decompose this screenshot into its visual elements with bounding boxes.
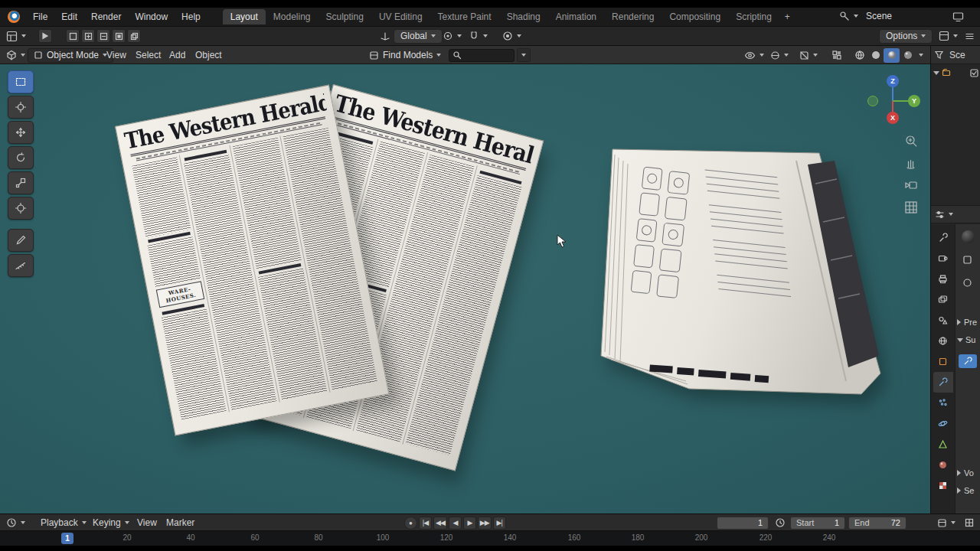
tool-move[interactable] (8, 121, 34, 144)
pan-hand-icon[interactable] (903, 155, 919, 171)
timeline-editor-type-button[interactable] (6, 514, 25, 531)
menu-list-icon[interactable] (965, 27, 975, 45)
menu-keying[interactable]: Keying (86, 514, 136, 531)
play-button[interactable]: ▶ (463, 517, 476, 530)
menu-object[interactable]: Object (188, 46, 229, 64)
camera-view-icon[interactable] (903, 178, 919, 193)
select-mode-subtract[interactable] (96, 29, 110, 43)
menu-playback[interactable]: Playback (34, 514, 93, 531)
tab-physics[interactable] (933, 413, 953, 434)
find-models-dropdown[interactable]: Find Models (369, 46, 441, 64)
filter-icon[interactable] (934, 50, 944, 60)
tab-texture[interactable] (933, 475, 953, 496)
search-options-button[interactable] (517, 48, 531, 62)
tool-rotate[interactable] (8, 146, 34, 169)
frame-end-field[interactable]: End72 (848, 514, 906, 531)
timeline-options-button[interactable] (937, 514, 956, 531)
show-overlays-dropdown[interactable] (770, 46, 789, 64)
zoom-icon[interactable] (903, 133, 919, 148)
xray-toggle-button[interactable] (831, 46, 842, 64)
tab-material[interactable] (933, 455, 953, 475)
frame-start-field[interactable]: Start1 (790, 514, 845, 531)
xray-dropdown[interactable] (799, 46, 818, 64)
tab-output[interactable] (933, 269, 953, 289)
proportional-editing-toggle[interactable] (502, 27, 521, 45)
tool-transform[interactable] (8, 197, 34, 220)
panel-subdivision[interactable]: Su (957, 335, 975, 344)
tab-texture-paint[interactable]: Texture Paint (430, 9, 499, 24)
playhead-current-frame[interactable]: 1 (61, 533, 74, 544)
menu-file[interactable]: File (26, 11, 54, 22)
shading-wireframe-button[interactable] (851, 48, 867, 63)
prev-keyframe-button[interactable]: ◀◀ (433, 517, 447, 530)
tab-rendering[interactable]: Rendering (604, 9, 662, 24)
select-mode-invert[interactable] (112, 29, 126, 43)
blender-logo-icon[interactable] (8, 11, 20, 23)
tab-modeling[interactable]: Modeling (266, 9, 318, 24)
menu-help[interactable]: Help (175, 11, 207, 22)
pivot-point-dropdown[interactable] (443, 27, 462, 45)
show-gizmo-dropdown[interactable] (744, 46, 764, 64)
transform-orientation-dropdown[interactable]: Global (380, 27, 443, 45)
shading-solid-button[interactable] (867, 48, 884, 63)
search-input[interactable] (464, 51, 510, 60)
tab-layout[interactable]: Layout (223, 9, 266, 24)
tab-animation[interactable]: Animation (548, 9, 604, 24)
panel-settings[interactable]: Se (957, 486, 974, 495)
gizmo-y-neg-axis[interactable] (868, 96, 878, 106)
tab-scripting[interactable]: Scripting (728, 9, 779, 24)
snap-toggle[interactable] (469, 27, 488, 45)
tab-uv-editing[interactable]: UV Editing (371, 9, 430, 24)
visibility-checkbox[interactable] (970, 69, 978, 77)
panel-volume[interactable]: Vo (957, 468, 974, 478)
tool-annotate[interactable] (8, 229, 34, 252)
select-mode-extend[interactable] (81, 29, 95, 43)
scene-selector[interactable]: Scene (839, 11, 892, 21)
navigation-gizmo[interactable]: Z Y X (864, 69, 922, 127)
tool-measure[interactable] (8, 254, 34, 277)
play-reverse-button[interactable]: ◀ (449, 517, 462, 530)
outliner-collection-row[interactable] (931, 66, 980, 80)
auto-keying-button[interactable]: ● (404, 517, 417, 530)
active-tool-indicator[interactable] (38, 27, 54, 45)
display-settings-icon[interactable] (952, 11, 964, 22)
tab-modifiers[interactable] (933, 372, 953, 393)
shading-material-preview-button[interactable] (884, 48, 900, 63)
frame-ruler[interactable]: 20 40 60 80 100 120 140 160 180 200 220 … (0, 531, 980, 546)
tab-particles[interactable] (933, 393, 953, 413)
expand-icon[interactable] (933, 71, 939, 75)
viewport-editor-type-button[interactable] (6, 46, 25, 64)
select-mode-intersect[interactable] (127, 29, 141, 43)
use-preview-range-icon[interactable] (775, 514, 786, 531)
add-workspace-button[interactable]: + (779, 9, 795, 24)
material-preview-sphere[interactable] (962, 230, 975, 243)
tool-scale[interactable] (8, 171, 34, 194)
tab-compositing[interactable]: Compositing (662, 9, 728, 24)
tab-object-data[interactable] (933, 434, 953, 455)
properties-header[interactable] (931, 205, 980, 223)
panel-icon[interactable] (962, 255, 972, 265)
tab-view-layer[interactable] (933, 289, 953, 310)
search-field[interactable] (449, 49, 514, 62)
menu-marker[interactable]: Marker (159, 514, 201, 531)
menu-edit[interactable]: Edit (54, 11, 84, 22)
panel-icon[interactable] (962, 278, 972, 288)
tab-scene[interactable] (933, 310, 953, 331)
editor-type-button[interactable] (6, 27, 26, 45)
tab-sculpting[interactable]: Sculpting (318, 9, 371, 24)
panel-preview[interactable]: Pre (957, 318, 977, 327)
menu-render[interactable]: Render (84, 11, 128, 22)
menu-window[interactable]: Window (128, 11, 175, 22)
viewport-3d[interactable]: The Western Herald. The Western Herald. … (0, 64, 930, 514)
folded-newspaper-object[interactable] (590, 130, 892, 409)
select-mode-set[interactable] (66, 29, 80, 43)
tab-object[interactable] (933, 351, 953, 372)
tab-render[interactable] (933, 248, 953, 269)
tool-box-select[interactable] (8, 70, 34, 93)
current-frame-field[interactable]: 1 (717, 514, 769, 531)
jump-to-start-button[interactable]: |◀ (419, 517, 432, 530)
next-keyframe-button[interactable]: ▶▶ (478, 517, 492, 530)
tool-cursor[interactable] (8, 96, 34, 119)
orthographic-grid-icon[interactable] (903, 200, 919, 215)
timeline-grid-icon[interactable] (965, 514, 974, 531)
